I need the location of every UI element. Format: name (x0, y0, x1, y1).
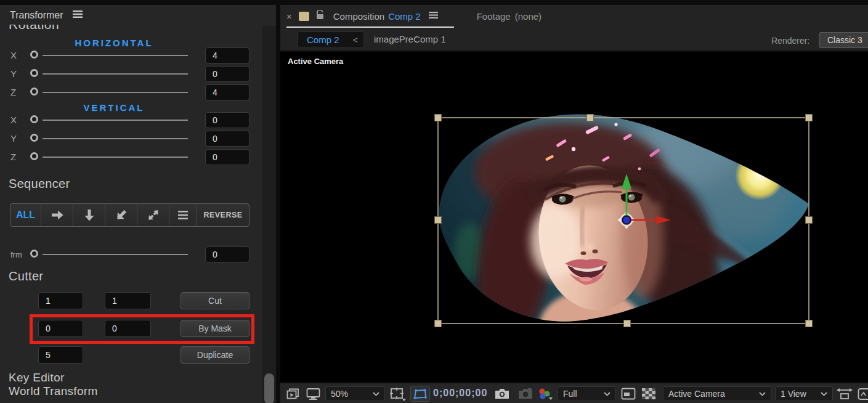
renderer-label: Renderer: (771, 36, 809, 46)
value-field-hy[interactable] (205, 66, 249, 82)
slider-track (43, 92, 188, 93)
masked-photo-layer (407, 101, 822, 364)
composition-viewport[interactable]: Active Camera (280, 52, 868, 382)
close-icon[interactable]: × (286, 11, 292, 22)
slider-label: Z (10, 152, 16, 162)
mask-visibility-button[interactable] (410, 386, 430, 402)
zoom-level-dropdown[interactable]: 50% (325, 386, 385, 401)
3d-view-dropdown[interactable]: Active Camera (663, 386, 771, 401)
cutter-row3-input1[interactable] (38, 346, 83, 364)
tab-menu-icon[interactable] (428, 10, 439, 22)
frm-label: frm (10, 250, 22, 259)
cutter-row1-input2[interactable] (105, 292, 151, 309)
cutter-row2-input1[interactable] (38, 320, 83, 337)
scrollbar-thumb[interactable] (264, 373, 274, 403)
monitor-icon[interactable] (306, 388, 320, 402)
slider-track (43, 73, 188, 75)
cutter-heading: Cutter (9, 269, 43, 283)
transformer-panel: Transformer Rotation HORIZONTAL X Y Z (0, 0, 276, 403)
slider-label: X (10, 50, 17, 60)
slider-row-vz: Z (0, 148, 276, 166)
grid-guides-icon[interactable] (390, 388, 407, 403)
slider-track (43, 120, 188, 121)
duplicate-button[interactable]: Duplicate (180, 346, 249, 364)
breadcrumb-parent-comp[interactable]: imagePreComp 1 (374, 34, 446, 44)
tab-composition-name[interactable]: Comp 2 (388, 11, 421, 22)
slider-row-vy: Y (0, 129, 276, 148)
cutter-row1-input1[interactable] (38, 292, 83, 309)
section-heading-rotation-clipped: Rotation (9, 25, 59, 33)
sequencer-reverse-button[interactable]: REVERSE (197, 204, 249, 226)
world-transform-heading: World Transform (9, 385, 98, 398)
unlock-icon[interactable] (316, 10, 324, 22)
value-field-hz[interactable] (205, 84, 249, 100)
chevron-down-icon (373, 392, 379, 396)
slider-knob[interactable] (30, 250, 38, 258)
arrow-right-icon[interactable] (41, 204, 73, 226)
snapshot-camera-icon[interactable] (494, 388, 510, 402)
share-view-options-icon[interactable] (837, 388, 853, 403)
lines-icon[interactable] (169, 204, 197, 226)
slider-row-hx: X (0, 46, 276, 65)
slider-knob[interactable] (30, 152, 38, 160)
bokeh-light (735, 151, 784, 200)
active-tab-underline (286, 26, 454, 28)
slider-knob[interactable] (30, 51, 38, 59)
value-field-vz[interactable] (205, 149, 249, 165)
resolution-dropdown[interactable]: Full (558, 386, 616, 401)
slider-knob[interactable] (30, 69, 38, 77)
frame-strip (280, 0, 868, 5)
slider-row-vx: X (0, 111, 276, 129)
pixel-aspect-icon[interactable] (858, 388, 868, 403)
composition-panel: × Composition Comp 2 Footage (none) Comp… (280, 0, 868, 403)
slider-track (43, 55, 188, 56)
tab-composition-label[interactable]: Composition (333, 11, 384, 22)
slider-knob[interactable] (30, 134, 38, 142)
value-field-vy[interactable] (205, 131, 249, 147)
slider-row-hz: Z (0, 83, 276, 102)
tab-footage-name: (none) (515, 11, 541, 22)
view-layout-dropdown[interactable]: 1 View (775, 386, 833, 401)
tab-footage-label: Footage (477, 11, 511, 22)
composition-canvas (280, 52, 868, 382)
panel-divider[interactable] (276, 0, 280, 403)
frame-strip (0, 0, 276, 5)
cut-button[interactable]: Cut (180, 292, 249, 309)
slider-knob[interactable] (30, 115, 38, 123)
slider-label: Y (10, 68, 17, 79)
after-effects-window: Transformer Rotation HORIZONTAL X Y Z (0, 0, 868, 403)
viewer-toolbar: 50% 0;00;00;00 Full (280, 382, 868, 403)
show-snapshot-icon[interactable] (517, 388, 533, 402)
renderer-button[interactable]: Classic 3 (819, 32, 868, 48)
show-channel-rgb-icon[interactable] (537, 388, 553, 403)
gizmo-z-anchor[interactable] (623, 216, 631, 224)
transparency-grid-icon[interactable] (641, 388, 656, 402)
viewer-tab-bar: × Composition Comp 2 Footage (none) (280, 5, 868, 27)
always-preview-icon[interactable] (286, 388, 301, 402)
frm-slider-row: frm (0, 245, 276, 264)
slider-track (43, 254, 188, 255)
breadcrumb-current-comp[interactable]: Comp 2 < (298, 31, 364, 48)
region-of-interest-icon[interactable] (621, 388, 636, 402)
slider-knob[interactable] (30, 88, 38, 96)
panel-menu-icon[interactable] (72, 10, 83, 21)
frm-value-field[interactable] (205, 246, 249, 263)
slider-row-hy: Y (0, 65, 276, 83)
arrows-diagonal-icon[interactable] (137, 204, 169, 226)
cutter-row2-input2[interactable] (105, 320, 151, 337)
value-field-hx[interactable] (205, 47, 249, 63)
slider-label: Z (10, 87, 16, 97)
arrow-down-right-icon[interactable] (105, 204, 137, 226)
active-camera-label: Active Camera (288, 57, 343, 66)
arrow-down-icon[interactable] (73, 204, 105, 226)
chevron-down-icon (604, 392, 610, 396)
tab-footage[interactable]: Footage (none) (477, 11, 541, 22)
value-field-vx[interactable] (205, 112, 249, 128)
sequencer-button-row: ALL REVERSE (10, 203, 249, 227)
current-time-display[interactable]: 0;00;00;00 (433, 388, 487, 399)
by-mask-button[interactable]: By Mask (180, 320, 249, 337)
sequencer-all-button[interactable]: ALL (10, 204, 41, 226)
breadcrumb: Comp 2 < imagePreComp 1 Renderer: Classi… (280, 31, 868, 49)
panel-scrollbar[interactable] (262, 26, 276, 403)
chevron-down-icon (821, 392, 827, 396)
